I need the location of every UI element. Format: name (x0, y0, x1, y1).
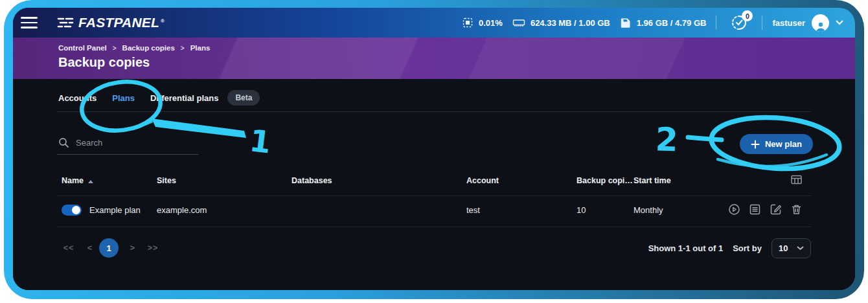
avatar (812, 14, 829, 32)
pending-tasks-button[interactable]: 0 (730, 14, 748, 32)
ram-usage-stat: 624.33 MB / 1.00 GB (512, 17, 610, 28)
cpu-usage-value: 0.01% (479, 18, 503, 28)
table-footer: Shown 1-1 out of 1 Sort by 10 (648, 238, 811, 258)
run-backup-icon[interactable] (728, 203, 740, 216)
cpu-icon (462, 17, 474, 28)
plan-enabled-toggle[interactable] (62, 205, 82, 216)
topbar-right: 0.01% 624.33 MB / 1.00 GB (462, 14, 843, 32)
tab-plans[interactable]: Plans (112, 93, 135, 103)
pagination-last[interactable]: >> (144, 238, 162, 258)
brand-logo[interactable]: FASTPANEL ® (57, 15, 165, 30)
search-field[interactable] (57, 137, 198, 155)
pagination-prev[interactable]: < (84, 238, 96, 258)
pagination-page-1[interactable]: 1 (99, 238, 119, 258)
row-cell-account: test (466, 205, 480, 215)
disk-usage-value: 1.96 GB / 4.79 GB (637, 18, 707, 28)
table-divider (57, 196, 811, 196)
topbar-divider (716, 16, 716, 30)
table-divider (57, 227, 811, 227)
page-size-select[interactable]: 10 (771, 238, 811, 258)
pagination-first[interactable]: << (60, 238, 78, 258)
breadcrumb-plans[interactable]: Plans (190, 44, 211, 52)
brand-registered-mark: ® (161, 18, 165, 24)
page-size-value: 10 (779, 243, 788, 253)
breadcrumb: Control Panel > Backup copies > Plans (58, 44, 855, 52)
shown-count-label: Shown 1-1 out of 1 (648, 243, 724, 253)
screenshot-canvas: FASTPANEL ® 0.01% (0, 0, 868, 303)
page-title: Backup copies (58, 55, 855, 70)
column-header-databases[interactable]: Databases (291, 176, 332, 185)
breadcrumb-separator: > (181, 45, 185, 52)
notifications-badge: 0 (742, 10, 753, 21)
fastpanel-app: FASTPANEL ® 0.01% (13, 8, 855, 290)
main-content: Accounts Plans Differential plans Beta N (13, 79, 855, 290)
row-cell-sites: example.com (157, 205, 207, 215)
brand-name: FASTPANEL (78, 15, 159, 30)
search-input[interactable] (76, 138, 186, 148)
breadcrumb-backup-copies[interactable]: Backup copies (122, 44, 175, 52)
disk-usage-stat: 1.96 GB / 4.79 GB (620, 17, 707, 28)
tab-bar: Accounts Plans Differential plans Beta (58, 90, 260, 106)
column-header-start-time[interactable]: Start time (634, 176, 671, 185)
column-header-account[interactable]: Account (466, 176, 499, 185)
beta-badge: Beta (227, 90, 260, 106)
column-header-sites[interactable]: Sites (157, 176, 176, 185)
delete-icon[interactable] (790, 203, 803, 216)
edit-icon[interactable] (770, 203, 782, 216)
column-header-backup-copies[interactable]: Backup copi… (577, 176, 633, 185)
user-menu[interactable]: fastuser (772, 14, 843, 32)
new-plan-button[interactable]: New plan (740, 134, 813, 154)
plus-icon (751, 140, 760, 149)
new-plan-label: New plan (765, 139, 802, 149)
chevron-down-icon (836, 20, 843, 25)
pagination-next[interactable]: > (127, 238, 139, 258)
hamburger-menu-icon[interactable] (21, 17, 38, 28)
breadcrumb-separator: > (113, 45, 117, 52)
ram-usage-value: 624.33 MB / 1.00 GB (531, 18, 610, 28)
cpu-usage-stat: 0.01% (462, 17, 503, 28)
row-cell-start-time: Monthly (634, 205, 663, 215)
chevron-down-icon (797, 246, 804, 251)
sort-by-label: Sort by (733, 243, 762, 253)
topbar-divider (762, 16, 762, 30)
sort-asc-icon (88, 180, 93, 183)
tab-differential-plans[interactable]: Differential plans (150, 93, 218, 103)
column-header-name[interactable]: Name (62, 176, 93, 185)
page-header-band: Control Panel > Backup copies > Plans Ba… (13, 38, 855, 79)
tabs-divider (57, 111, 811, 112)
topbar: FASTPANEL ® 0.01% (13, 8, 855, 38)
search-icon (58, 137, 69, 148)
details-icon[interactable] (749, 203, 761, 216)
ram-icon (512, 17, 525, 28)
row-cell-name[interactable]: Example plan (89, 205, 141, 215)
username-label: fastuser (772, 18, 805, 28)
disk-icon (620, 17, 632, 28)
tab-accounts[interactable]: Accounts (58, 93, 97, 103)
row-cell-backup-copies: 10 (577, 205, 586, 215)
breadcrumb-control-panel[interactable]: Control Panel (58, 44, 107, 52)
column-settings-icon[interactable] (790, 174, 803, 186)
fastpanel-logo-icon (57, 16, 74, 29)
